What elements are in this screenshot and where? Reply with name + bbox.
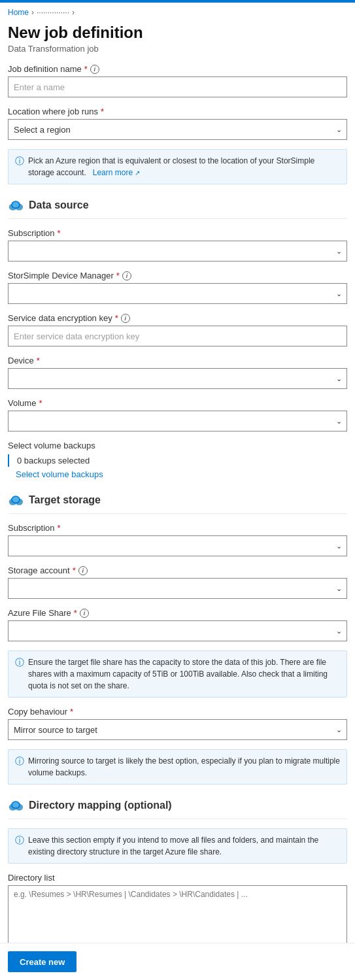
breadcrumb-sep1: › (31, 8, 34, 17)
create-new-button[interactable]: Create new (8, 951, 76, 972)
job-name-input[interactable] (8, 76, 347, 97)
file-share-info-box: ⓘ Ensure the target file share has the c… (8, 651, 347, 698)
required-star: * (84, 64, 88, 74)
volume-required: * (39, 398, 42, 408)
subscription-target-required: * (58, 523, 61, 533)
subscription-source-wrapper: ⌄ (8, 241, 347, 262)
encryption-key-label: Service data encryption key * i (8, 313, 347, 323)
learn-more-link[interactable]: Learn more ↗ (90, 168, 140, 177)
directory-mapping-title: Directory mapping (optional) (29, 800, 172, 811)
device-group: Device * ⌄ (8, 356, 347, 389)
device-wrapper: ⌄ (8, 368, 347, 389)
subscription-source-select[interactable] (8, 241, 347, 262)
job-name-label: Job definition name * i (8, 64, 347, 74)
location-select[interactable]: Select a region (8, 119, 347, 140)
storage-account-required: * (73, 566, 76, 575)
external-link-icon: ↗ (135, 169, 140, 177)
storsimple-manager-select[interactable] (8, 283, 347, 304)
form-container: Job definition name * i Location where j… (0, 58, 355, 980)
directory-list-label: Directory list (8, 873, 347, 883)
job-name-group: Job definition name * i (8, 64, 347, 97)
azure-file-share-required: * (74, 608, 77, 618)
location-info-icon: ⓘ (15, 156, 24, 167)
location-group: Location where job runs * Select a regio… (8, 107, 347, 140)
device-select[interactable] (8, 368, 347, 389)
storage-account-info-icon[interactable]: i (78, 566, 88, 575)
backup-count: 0 backups selected (8, 454, 347, 467)
encryption-key-info-icon[interactable]: i (121, 314, 130, 323)
breadcrumb: Home › ··············· › (0, 3, 355, 20)
breadcrumb-workspace[interactable]: ··············· (37, 8, 69, 17)
page-header: New job definition Data Transformation j… (0, 20, 355, 58)
svg-point-3 (12, 202, 19, 208)
directory-mapping-cloud-icon (8, 798, 24, 813)
page-subtitle: Data Transformation job (8, 44, 347, 54)
volume-backups-label: Select volume backups (8, 441, 347, 450)
device-label: Device * (8, 356, 347, 365)
subscription-source-group: Subscription * ⌄ (8, 228, 347, 262)
mirror-info-box: ⓘ Mirroring source to target is likely t… (8, 749, 347, 785)
encryption-key-input[interactable] (8, 326, 347, 346)
storage-account-select[interactable] (8, 578, 347, 599)
volume-wrapper: ⌄ (8, 411, 347, 431)
subscription-target-select[interactable] (8, 535, 347, 556)
volume-label: Volume * (8, 398, 347, 408)
mirror-info-text: Mirroring source to target is likely the… (28, 755, 340, 779)
volume-backups-section: Select volume backups 0 backups selected… (8, 441, 347, 479)
subscription-target-label: Subscription * (8, 523, 347, 533)
copy-behaviour-label: Copy behaviour * (8, 707, 347, 717)
storage-account-wrapper: ⌄ (8, 578, 347, 599)
device-required: * (37, 356, 40, 365)
directory-mapping-section-header: Directory mapping (optional) (8, 798, 347, 819)
encryption-key-group: Service data encryption key * i (8, 313, 347, 346)
storsimple-manager-group: StorSimple Device Manager * i ⌄ (8, 271, 347, 304)
select-volume-backups-link[interactable]: Select volume backups (8, 469, 347, 479)
volume-group: Volume * ⌄ (8, 398, 347, 431)
storsimple-manager-label: StorSimple Device Manager * i (8, 271, 347, 280)
data-source-title: Data source (29, 199, 89, 211)
storsimple-required: * (116, 271, 120, 280)
location-label: Location where job runs * (8, 107, 347, 116)
storsimple-manager-wrapper: ⌄ (8, 283, 347, 304)
location-info-box: ⓘ Pick an Azure region that is equivalen… (8, 149, 347, 184)
directory-mapping-info-icon: ⓘ (15, 835, 24, 847)
directory-mapping-info-text: Leave this section empty if you intend t… (28, 834, 340, 858)
file-share-info-text: Ensure the target file share has the cap… (28, 656, 340, 692)
storsimple-info-icon[interactable]: i (122, 271, 131, 280)
footer-bar: Create new (0, 943, 355, 980)
location-info-text: Pick an Azure region that is equivalent … (28, 155, 340, 178)
page-title: New job definition (8, 22, 347, 42)
file-share-info-icon: ⓘ (15, 657, 24, 669)
azure-file-share-group: Azure File Share * i ⌄ (8, 608, 347, 641)
svg-point-7 (12, 497, 19, 503)
azure-file-share-select[interactable] (8, 620, 347, 641)
target-storage-title: Target storage (29, 494, 101, 506)
target-storage-section-header: Target storage (8, 492, 347, 514)
copy-behaviour-select[interactable]: Mirror source to target (8, 719, 347, 740)
subscription-source-required: * (58, 228, 61, 238)
subscription-target-wrapper: ⌄ (8, 535, 347, 556)
data-source-cloud-icon (8, 197, 24, 213)
storage-account-group: Storage account * i ⌄ (8, 566, 347, 599)
svg-point-11 (12, 802, 19, 808)
subscription-target-group: Subscription * ⌄ (8, 523, 347, 556)
data-source-section-header: Data source (8, 197, 347, 219)
azure-file-share-wrapper: ⌄ (8, 620, 347, 641)
job-name-info-icon[interactable]: i (90, 65, 99, 74)
mirror-info-icon: ⓘ (15, 756, 24, 768)
encryption-key-required: * (115, 313, 118, 323)
directory-mapping-info-box: ⓘ Leave this section empty if you intend… (8, 828, 347, 864)
storage-account-label: Storage account * i (8, 566, 347, 575)
copy-behaviour-wrapper: Mirror source to target ⌄ (8, 719, 347, 740)
target-storage-cloud-icon (8, 492, 24, 508)
breadcrumb-home[interactable]: Home (8, 8, 29, 17)
azure-file-share-info-icon[interactable]: i (80, 609, 89, 618)
volume-select[interactable] (8, 411, 347, 431)
copy-behaviour-required: * (70, 707, 73, 717)
location-select-wrapper: Select a region ⌄ (8, 119, 347, 140)
copy-behaviour-group: Copy behaviour * Mirror source to target… (8, 707, 347, 740)
subscription-source-label: Subscription * (8, 228, 347, 238)
azure-file-share-label: Azure File Share * i (8, 608, 347, 618)
location-required-star: * (101, 107, 104, 116)
breadcrumb-sep2: › (72, 8, 75, 17)
